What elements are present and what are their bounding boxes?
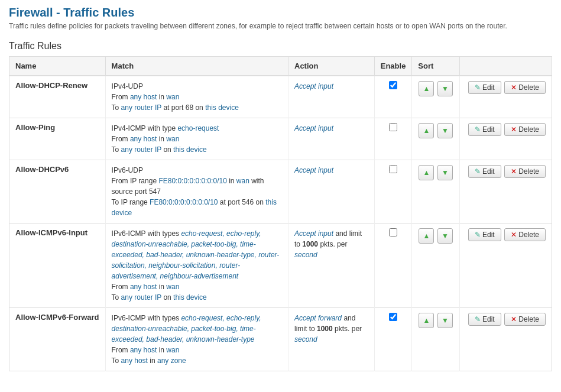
rule-enable-cell (374, 308, 412, 371)
rule-action-cell: Accept input (288, 76, 375, 118)
col-sort: Sort (412, 57, 460, 76)
sort-up-button[interactable]: ▲ (419, 228, 434, 244)
rule-match-cell: IPv6-ICMP with types echo-request, echo-… (105, 223, 288, 308)
action-link[interactable]: Accept input (294, 124, 333, 132)
rule-action-cell: Accept forward and limit to 1000 pkts. p… (288, 308, 375, 371)
sort-up-button[interactable]: ▲ (419, 123, 434, 138)
wan-link[interactable]: wan (166, 135, 179, 143)
any-host-link[interactable]: any host (130, 93, 157, 101)
table-row: Allow-PingIPv4-ICMP with type echo-reque… (9, 118, 552, 160)
rule-match-cell: IPv4-UDP From any host in wan To any rou… (105, 76, 288, 118)
icmp-types: echo-request, echo-reply, destination-un… (112, 314, 261, 344)
sort-down-button[interactable]: ▼ (437, 165, 453, 180)
sort-down-button[interactable]: ▼ (437, 313, 453, 328)
delete-icon: ✕ (511, 167, 517, 176)
rule-enable-cell (374, 118, 412, 160)
table-row: Allow-ICMPv6-ForwardIPv6-ICMP with types… (9, 308, 552, 371)
edit-icon: ✎ (475, 231, 481, 239)
enable-checkbox[interactable] (389, 81, 397, 89)
rule-enable-cell (374, 160, 412, 223)
rule-enable-cell (374, 223, 412, 308)
action-link[interactable]: Accept input (294, 166, 333, 174)
rule-actions-cell: ✎Edit ✕Delete (459, 160, 552, 223)
delete-icon: ✕ (511, 125, 517, 134)
any-host-to-link[interactable]: any host (121, 357, 148, 365)
rule-sort-cell: ▲ ▼ (412, 118, 460, 160)
sort-up-button[interactable]: ▲ (419, 81, 434, 96)
wan-link[interactable]: wan (236, 177, 249, 185)
this-device-link[interactable]: this device (173, 293, 207, 302)
col-name: Name (9, 57, 106, 76)
rule-name: Allow-ICMPv6-Forward (15, 313, 99, 322)
col-enable: Enable (374, 57, 412, 76)
delete-icon: ✕ (511, 83, 517, 92)
any-host-link[interactable]: any host (130, 135, 157, 143)
rule-actions-cell: ✎Edit ✕Delete (459, 223, 552, 308)
edit-button[interactable]: ✎Edit (468, 228, 501, 241)
wan-link[interactable]: wan (166, 346, 179, 354)
router-ip-link[interactable]: any router IP (121, 145, 161, 154)
delete-button[interactable]: ✕Delete (504, 313, 546, 326)
rule-name-cell: Allow-ICMPv6-Input (9, 223, 106, 308)
sort-down-button[interactable]: ▼ (437, 123, 453, 138)
enable-checkbox[interactable] (389, 228, 397, 237)
edit-button[interactable]: ✎Edit (468, 123, 501, 136)
this-device-link[interactable]: this device (173, 145, 207, 154)
this-device-link[interactable]: this device (205, 103, 239, 112)
delete-icon: ✕ (511, 315, 517, 323)
wan-link[interactable]: wan (166, 283, 179, 291)
rule-actions-cell: ✎Edit ✕Delete (459, 76, 552, 118)
delete-button[interactable]: ✕Delete (504, 81, 546, 94)
rule-action-cell: Accept input and limit to 1000 pkts. per… (288, 223, 375, 308)
action-period-link[interactable]: second (294, 251, 317, 259)
table-header-row: Name Match Action Enable Sort (9, 57, 552, 76)
sort-down-button[interactable]: ▼ (437, 228, 453, 244)
iprange-to-link[interactable]: FE80:0:0:0:0:0:0:0/10 (150, 198, 218, 206)
edit-button[interactable]: ✎Edit (468, 313, 501, 326)
rule-sort-cell: ▲ ▼ (412, 308, 460, 371)
enable-checkbox[interactable] (389, 313, 397, 321)
delete-button[interactable]: ✕Delete (504, 165, 546, 178)
action-period-link[interactable]: second (294, 335, 317, 344)
rule-name-cell: Allow-Ping (9, 118, 106, 160)
page-title: Firewall - Traffic Rules (9, 6, 552, 20)
echo-request-link[interactable]: echo-request (177, 124, 219, 132)
enable-checkbox[interactable] (389, 123, 397, 131)
router-ip-link[interactable]: any router IP (121, 293, 161, 302)
sort-down-button[interactable]: ▼ (437, 81, 453, 96)
action-link[interactable]: Accept input (294, 229, 333, 238)
rule-name: Allow-DHCP-Renew (15, 81, 87, 90)
delete-icon: ✕ (511, 231, 517, 239)
delete-button[interactable]: ✕Delete (504, 123, 546, 136)
action-link[interactable]: Accept input (294, 82, 333, 90)
rule-name-cell: Allow-ICMPv6-Forward (9, 308, 106, 371)
rule-action-cell: Accept input (288, 118, 375, 160)
rule-actions-cell: ✎Edit ✕Delete (459, 308, 552, 371)
iprange-from-link[interactable]: FE80:0:0:0:0:0:0:0/10 (158, 177, 226, 185)
any-host-link[interactable]: any host (130, 346, 157, 354)
action-link[interactable]: Accept forward (294, 314, 342, 322)
any-zone-link[interactable]: any zone (157, 357, 186, 365)
col-action: Action (288, 57, 375, 76)
rule-name-cell: Allow-DHCP-Renew (9, 76, 106, 118)
rules-table: Name Match Action Enable Sort Allow-DHCP… (9, 56, 552, 371)
any-host-link[interactable]: any host (130, 283, 157, 291)
rule-name: Allow-ICMPv6-Input (15, 228, 87, 237)
enable-checkbox[interactable] (389, 165, 397, 173)
sort-up-button[interactable]: ▲ (419, 165, 434, 180)
table-row: Allow-DHCP-RenewIPv4-UDP From any host i… (9, 76, 552, 118)
sort-up-button[interactable]: ▲ (419, 313, 434, 328)
delete-button[interactable]: ✕Delete (504, 228, 546, 241)
section-title: Traffic Rules (9, 41, 552, 51)
rule-actions-cell: ✎Edit ✕Delete (459, 118, 552, 160)
wan-link[interactable]: wan (166, 93, 179, 101)
edit-button[interactable]: ✎Edit (468, 81, 501, 94)
router-ip-link[interactable]: any router IP (121, 103, 161, 112)
edit-icon: ✎ (475, 315, 481, 323)
col-match: Match (105, 57, 288, 76)
edit-button[interactable]: ✎Edit (468, 165, 501, 178)
rule-sort-cell: ▲ ▼ (412, 160, 460, 223)
col-actions (459, 57, 552, 76)
icmp-types: echo-request, echo-reply, destination-un… (112, 229, 280, 280)
rule-sort-cell: ▲ ▼ (412, 223, 460, 308)
